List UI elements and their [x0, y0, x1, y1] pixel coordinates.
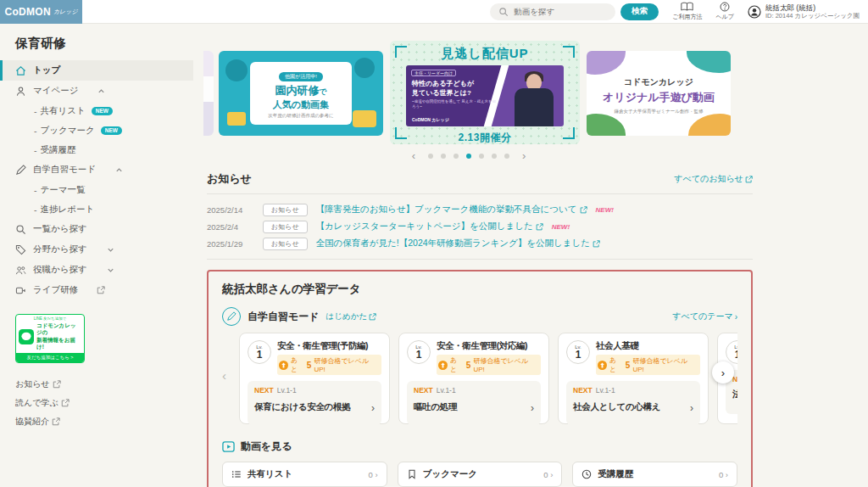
carousel-next-button[interactable] [517, 149, 531, 162]
theme-card[interactable]: Lv.1 安全・衛生管理(予防編) あと5研修合格でレベルUP! [239, 333, 390, 424]
news-link[interactable]: 【障害発生のお知らせ】ブックマーク機能の挙動不具合について [316, 204, 587, 216]
sidebar-link-news[interactable]: お知らせ [0, 375, 193, 394]
chevron-up-icon [114, 165, 124, 175]
sidebar-item-shared-list[interactable]: 共有リスト NEW [0, 101, 193, 120]
carousel-dot-active[interactable] [466, 154, 471, 159]
news-title: お知らせ [207, 171, 252, 187]
main-content: 他園が活用中! 園内研修で 人気の動画集 次年度の研修計画作成の参考に 見逃し配… [207, 24, 753, 487]
news-row: 2025/1/29 お知らせ 全国の保育者が見た!【2024年研修動画ランキング… [207, 235, 753, 252]
carousel-dot[interactable] [441, 154, 446, 159]
sidebar-item-label: ライブ研修 [33, 284, 78, 296]
sidebar-item-browse-field[interactable]: 分野から探す [0, 239, 193, 260]
sidebar-item-top[interactable]: トップ [0, 60, 193, 81]
news-link[interactable]: 【カレッジスターターキットページ】を公開しました [316, 221, 543, 232]
sidebar-item-theme-list[interactable]: テーマ一覧 [0, 180, 193, 199]
sidebar-item-mypage[interactable]: マイページ [0, 81, 193, 101]
theme-cards-carousel: Lv.1 安全・衛生管理(予防編) あと5研修合格でレベルUP! [222, 333, 737, 429]
usage-guide-link[interactable]: ご利用方法 [672, 2, 702, 21]
external-link-icon [369, 313, 376, 321]
search-icon [498, 7, 509, 17]
self-study-icon [222, 307, 241, 326]
all-themes-link[interactable]: すべてのテーマ [672, 311, 737, 322]
button-label: 受講履歴 [598, 468, 633, 480]
level-up-icon [598, 361, 607, 370]
next-lesson-panel[interactable]: NEXTLv.1-1 社会人としての心構え [566, 381, 700, 425]
banner-missed-broadcast[interactable]: 見逃し配信UP 主任・リーダー向け 特性のある子どもが 見ている世界とは? ~発… [390, 41, 580, 144]
bookmark-button[interactable]: ブックマーク 0 [398, 462, 563, 487]
chevron-down-icon [106, 266, 115, 275]
sidebar-item-browse-role[interactable]: 役職から探す [0, 260, 193, 280]
sidebar-item-bookmark[interactable]: ブックマーク NEW [0, 120, 193, 140]
line-banner[interactable]: LINE 友だち追加で コドモンカレッジの 新着情報をお届け! 友だち追加はこち… [15, 314, 85, 363]
banner-date: 2.13開催分 [390, 131, 580, 144]
cards-prev-button[interactable] [222, 368, 226, 383]
news-category-badge: お知らせ [263, 238, 308, 250]
sidebar-item-self-study[interactable]: 自学自習モード [0, 160, 193, 180]
banner-popular-videos[interactable]: 他園が活用中! 園内研修で 人気の動画集 次年度の研修計画作成の参考に [219, 51, 383, 136]
news-section: お知らせ すべてのお知らせ 2025/2/14 お知らせ 【障害発生のお知らせ】… [207, 171, 753, 260]
sidebar-item-label: 分野から探す [33, 244, 87, 255]
chevron-up-icon [97, 87, 106, 96]
thumb-subtitle: ~発達や自閉症特性を通して 見え方・捉え方を知ろう~ [412, 99, 497, 110]
shared-list-button[interactable]: 共有リスト 0 [222, 462, 387, 487]
video-thumbnail: 主任・リーダー向け 特性のある子どもが 見ている世界とは? ~発達や自閉症特性を… [406, 65, 564, 126]
theme-card[interactable]: Lv.1 社会人基礎 あと5研修合格でレベルUP! NE [558, 333, 709, 424]
line-add-friend-button[interactable]: 友だち追加はこちら > [16, 353, 84, 362]
app-logo[interactable]: CoDMON カレッジ [0, 0, 82, 24]
sidebar-link-read-learn[interactable]: 読んで学ぶ [0, 394, 193, 412]
carousel-dot[interactable] [428, 154, 433, 159]
book-icon [681, 2, 693, 12]
banner-original-videos[interactable]: コドモンカレッジ オリジナル手遊び動画 鎌倉女子大学保育学ゼミナール創作・監修 [587, 51, 731, 136]
theme-title: 社会人基礎 [596, 340, 700, 352]
next-lesson-panel[interactable]: NEXTLv.1-1 嘔吐の処理 [407, 381, 541, 425]
search-button[interactable]: 検索 [620, 3, 659, 20]
user-menu[interactable]: 統括太郎 (統括) ID: 20144 カレッジベーシック園 [748, 3, 860, 20]
top-bar: CoDMON カレッジ 検索 ご利用方法 ヘルプ 統括太郎 (統括) ID: 2… [0, 0, 868, 24]
search-input[interactable] [514, 7, 607, 16]
level-badge: Lv.1 [726, 340, 737, 364]
carousel-dot[interactable] [453, 154, 459, 159]
banner-caption: 鎌倉女子大学保育学ゼミナール創作・監修 [587, 109, 731, 115]
news-text: 全国の保育者が見た!【2024年研修動画ランキング】を公開しました [316, 238, 590, 249]
chevron-right-icon [371, 400, 375, 415]
decoration [354, 58, 375, 78]
banner-badge: 他園が活用中! [279, 72, 323, 81]
levelup-note: あと5研修合格でレベルUP! [437, 355, 541, 375]
line-banner-line1: コドモンカレッジの [36, 322, 81, 337]
banner-partial[interactable] [203, 51, 214, 136]
speaker-photo [498, 65, 564, 126]
thumb-title: 特性のある子どもが [412, 80, 497, 89]
learning-data-section: 統括太郎さんの学習データ 自学自習モード はじめかた すべてのテーマ [207, 270, 753, 487]
level-badge: Lv.1 [566, 340, 590, 364]
carousel-dot[interactable] [479, 154, 484, 159]
logo-sub: カレッジ [53, 8, 78, 16]
howto-link[interactable]: はじめかた [326, 311, 377, 322]
history-button[interactable]: 受講履歴 0 [572, 462, 737, 487]
new-label: NEW! [552, 223, 570, 231]
sidebar-item-progress-report[interactable]: 進捗レポート [0, 199, 193, 219]
list-icon [231, 469, 242, 479]
decoration [353, 110, 376, 127]
decoration [227, 112, 246, 126]
news-row: 2025/2/14 お知らせ 【障害発生のお知らせ】ブックマーク機能の挙動不具合… [207, 201, 753, 218]
carousel-dot[interactable] [504, 154, 509, 159]
sidebar-item-browse-all[interactable]: 一覧から探す [0, 219, 193, 239]
carousel-dot[interactable] [492, 154, 497, 159]
cards-next-button[interactable] [712, 361, 734, 383]
next-lesson-panel[interactable]: NEXTLv.1-1 保育における安全の根拠 [248, 381, 381, 425]
all-news-link[interactable]: すべてのお知らせ [674, 173, 753, 185]
sidebar-link-label: お知らせ [15, 378, 50, 390]
sidebar-link-sponsor[interactable]: 協賛紹介 [0, 412, 193, 431]
news-link[interactable]: 全国の保育者が見た!【2024年研修動画ランキング】を公開しました [316, 238, 600, 249]
carousel-prev-button[interactable] [407, 149, 420, 162]
sidebar-link-label: 協賛紹介 [15, 416, 49, 428]
external-link-icon [53, 380, 61, 389]
video-search[interactable] [490, 3, 615, 20]
help-link[interactable]: ヘルプ [715, 2, 734, 21]
tag-icon [15, 244, 26, 255]
bookmark-icon [407, 469, 417, 479]
theme-card[interactable]: Lv.1 安全・衛生管理(対応編) あと5研修合格でレベルUP! [398, 333, 549, 424]
thumb-title: 見ている世界とは? [412, 89, 497, 98]
sidebar-item-history[interactable]: 受講履歴 [0, 140, 193, 160]
sidebar-item-live-training[interactable]: ライブ研修 [0, 280, 193, 300]
